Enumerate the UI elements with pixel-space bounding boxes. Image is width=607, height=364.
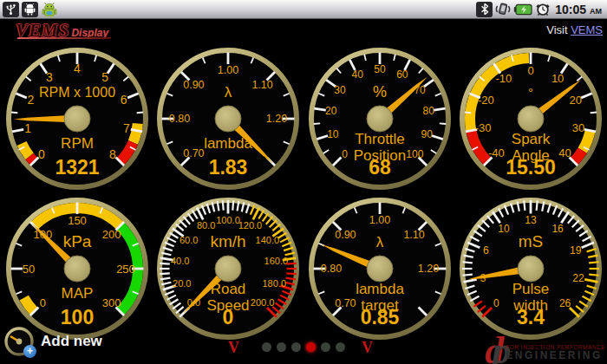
scale-label: 19: [570, 244, 582, 257]
scale-label: 40: [558, 146, 571, 159]
scale-label: 8: [109, 147, 116, 161]
add-new-label: Add new: [41, 333, 102, 350]
gauge-name: MAP: [62, 285, 94, 302]
scale-label: 1.20: [418, 263, 439, 275]
scale-label: 3: [46, 70, 53, 84]
scale-label: 20.0: [173, 278, 191, 289]
scale-label: 0: [38, 147, 45, 161]
gauge-value: 0.85: [361, 306, 400, 328]
scale-label: 100: [406, 148, 423, 160]
scale-label: 50: [374, 63, 386, 75]
scale-label: 1.00: [218, 64, 238, 76]
scale-label: 0.80: [169, 113, 190, 125]
scale-label: 20: [325, 105, 337, 117]
gauge-road-speed[interactable]: 0.020.040.060.080.0100.0120.0140.0160.01…: [156, 197, 300, 341]
page-dots: [262, 342, 345, 352]
scale-label: 1.00: [369, 214, 390, 226]
add-new-button[interactable]: + Add new: [4, 327, 102, 356]
gauge-hub: [64, 106, 90, 132]
scale-label: 140.0: [256, 235, 280, 245]
gauge-hub: [367, 106, 393, 132]
scale-label: -20: [478, 94, 494, 107]
dp-name: ENGINEERING: [506, 350, 605, 361]
scale-label: 60.0: [179, 235, 198, 245]
gauge-hub: [518, 106, 544, 132]
scale-label: 0.70: [183, 147, 204, 159]
scale-label: 10: [498, 223, 510, 235]
scale-label: 200: [102, 228, 121, 241]
page-dot[interactable]: [306, 342, 316, 352]
gauge-hub: [64, 256, 90, 282]
scale-label: 0: [40, 296, 46, 309]
gauge-value: 15.50: [506, 156, 556, 179]
scale-label: 200.0: [251, 297, 275, 308]
gauge-value: 3.4: [517, 306, 545, 328]
scale-label: 100.0: [216, 215, 240, 225]
scale-label: 0.80: [321, 263, 342, 275]
scale-label: 10: [552, 72, 564, 85]
gauge-unit: RPM x 1000: [39, 85, 115, 100]
gauge-unit: mS: [519, 232, 544, 250]
page-dot[interactable]: [321, 342, 330, 352]
page-dot[interactable]: [262, 342, 271, 352]
gauge-value: 0: [223, 306, 234, 328]
gauge-name: Spark: [512, 131, 551, 147]
add-gauge-icon: +: [4, 327, 34, 356]
gauge-throttle-position[interactable]: 0102030405060708090100%ThrottlePosition6…: [308, 47, 452, 191]
v-mark: V: [362, 339, 373, 357]
v-mark: V: [228, 339, 239, 357]
gauge-unit: kPa: [63, 232, 92, 250]
gauge-lambda[interactable]: 0.700.800.901.001.101.20λlambda1.83: [156, 47, 300, 191]
scale-label: 180.0: [262, 278, 286, 289]
gauge-unit: λ: [376, 234, 384, 250]
gauge-unit: %: [373, 83, 387, 101]
scale-label: 90: [421, 128, 434, 140]
gauge-unit: °: [528, 85, 533, 100]
scale-label: 16: [552, 223, 564, 235]
scale-label: 300: [102, 296, 121, 309]
scale-label: 1.10: [403, 229, 424, 241]
scale-label: 80: [423, 105, 435, 117]
scale-label: 1.10: [251, 79, 272, 91]
dp-engineering-logo: d p FOR INJECTION PERFORMANCE ENGINEERIN…: [485, 335, 605, 364]
gauge-value: 100: [61, 306, 94, 328]
gauge-name: Pulse: [512, 281, 550, 297]
gauge-spark-angle[interactable]: -40-30-20-10010203040°SparkAngle15.50: [459, 47, 603, 191]
gauge-rpm[interactable]: 012345678RPM x 1000RPM1321: [5, 47, 149, 191]
gauge-hub: [215, 256, 241, 282]
scale-label: 6: [483, 244, 489, 257]
gauge-map[interactable]: 050100150200250300kPaMAP100: [5, 197, 149, 341]
scale-label: 22: [572, 272, 584, 284]
scale-label: 4: [74, 62, 81, 75]
scale-label: 10: [327, 128, 339, 140]
scale-label: 13: [525, 214, 537, 226]
scale-label: 40: [351, 68, 363, 81]
gauge-name: lambda: [356, 281, 404, 297]
scale-label: 50: [23, 263, 35, 276]
warning-band: [133, 123, 137, 142]
gauge-unit: km/h: [210, 232, 245, 250]
scale-label: 0.70: [335, 297, 356, 309]
scale-label: 150: [68, 214, 87, 227]
gauge-pulse-width[interactable]: 036101316192226mSPulsewidth3.4: [459, 197, 603, 341]
scale-label: 2: [28, 93, 35, 107]
scale-label: 0: [342, 148, 348, 160]
page-dot[interactable]: [336, 342, 345, 352]
scale-label: 0: [527, 64, 533, 77]
page-dot[interactable]: [291, 342, 301, 352]
scale-label: 5: [101, 70, 108, 84]
scale-label: 250: [116, 263, 135, 276]
page-dot[interactable]: [277, 342, 286, 352]
gauge-unit: λ: [225, 84, 232, 101]
warning-band: [22, 144, 29, 157]
scale-label: 160.0: [264, 256, 289, 266]
gauge-value: 1321: [55, 156, 99, 179]
plus-icon: +: [23, 345, 36, 358]
gauge-name: Throttle: [355, 131, 405, 147]
scale-label: 1: [24, 121, 31, 135]
gauge-lambda-target[interactable]: 0.700.800.901.001.101.20λlambdatarget0.8…: [308, 197, 452, 341]
scale-label: 0.90: [183, 79, 204, 91]
scale-label: 30: [572, 121, 584, 134]
gauge-value: 68: [369, 156, 391, 179]
gauge-value: 1.83: [209, 156, 248, 179]
